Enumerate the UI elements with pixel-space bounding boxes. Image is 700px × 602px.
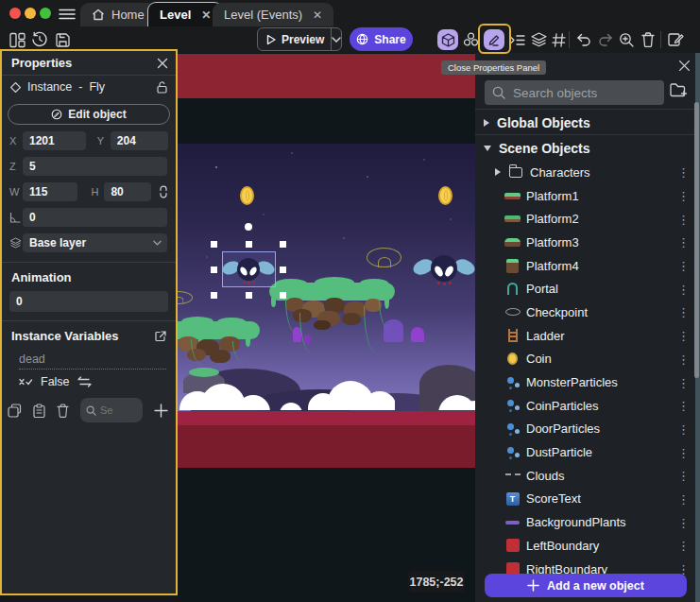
height-input[interactable] bbox=[104, 182, 151, 201]
resize-handle[interactable] bbox=[280, 292, 286, 299]
object-list-item[interactable]: Portal ⋮ bbox=[475, 277, 700, 301]
object-menu-icon[interactable]: ⋮ bbox=[677, 260, 690, 272]
3d-box-icon[interactable] bbox=[437, 29, 458, 50]
variable-value[interactable]: False bbox=[41, 375, 70, 388]
objects-search[interactable] bbox=[485, 80, 664, 105]
object-list-item[interactable]: ScoreText ⋮ bbox=[475, 488, 700, 511]
object-menu-icon[interactable]: ⋮ bbox=[677, 213, 690, 225]
object-menu-icon[interactable]: ⋮ bbox=[677, 166, 690, 179]
object-menu-icon[interactable]: ⋮ bbox=[677, 306, 690, 318]
object-list-item[interactable]: MonsterParticles ⋮ bbox=[475, 370, 700, 394]
object-list-item[interactable]: DustParticle ⋮ bbox=[475, 440, 700, 464]
object-menu-icon[interactable]: ⋮ bbox=[677, 330, 690, 342]
instances-search-input[interactable] bbox=[100, 404, 113, 416]
open-variables-icon[interactable] bbox=[155, 331, 166, 342]
object-list-item[interactable]: Coin ⋮ bbox=[475, 348, 700, 371]
instances-list-icon[interactable] bbox=[508, 29, 527, 50]
scrollbar-thumb[interactable] bbox=[694, 102, 699, 378]
object-menu-icon[interactable]: ⋮ bbox=[677, 516, 690, 528]
object-menu-icon[interactable]: ⋮ bbox=[677, 283, 690, 295]
object-list-item[interactable]: Platform4 ⋮ bbox=[475, 254, 700, 278]
object-menu-icon[interactable]: ⋮ bbox=[677, 540, 690, 552]
grid-icon[interactable] bbox=[548, 29, 569, 50]
group-scene-objects[interactable]: Scene Objects bbox=[475, 139, 700, 158]
resize-handle[interactable] bbox=[211, 267, 217, 273]
fly-instance[interactable] bbox=[413, 252, 475, 288]
resize-handle[interactable] bbox=[246, 292, 252, 299]
save-icon[interactable] bbox=[52, 29, 73, 50]
object-list-item[interactable]: Checkpoint ⋮ bbox=[475, 301, 700, 324]
object-list-item[interactable]: Characters ⋮ bbox=[475, 161, 700, 184]
scene-canvas[interactable]: 1785;-252 bbox=[178, 53, 475, 602]
coin-instance[interactable] bbox=[438, 186, 452, 205]
object-menu-icon[interactable]: ⋮ bbox=[677, 353, 690, 365]
object-menu-icon[interactable]: ⋮ bbox=[677, 400, 690, 412]
paste-icon[interactable] bbox=[33, 404, 45, 418]
object-list-item[interactable]: Platform2 ⋮ bbox=[475, 207, 700, 231]
object-list-item[interactable]: CoinParticles ⋮ bbox=[475, 394, 700, 418]
angle-input[interactable] bbox=[23, 208, 167, 227]
object-menu-icon[interactable]: ⋮ bbox=[677, 446, 690, 458]
checkpoint-instance[interactable] bbox=[367, 248, 401, 267]
undo-icon[interactable] bbox=[573, 29, 594, 50]
tab-level-events[interactable]: Level (Events) ✕ bbox=[213, 3, 333, 26]
y-input[interactable] bbox=[111, 131, 168, 150]
layer-select[interactable]: Base layer bbox=[23, 233, 167, 252]
close-properties-icon[interactable] bbox=[157, 58, 168, 69]
traffic-light-close[interactable] bbox=[9, 8, 21, 19]
preview-button[interactable]: Preview bbox=[257, 27, 342, 51]
duplicate-icon[interactable] bbox=[8, 404, 22, 418]
object-list-item[interactable]: Ladder ⋮ bbox=[475, 324, 700, 348]
variable-name[interactable]: dead bbox=[19, 353, 166, 370]
edit-scene-properties-icon[interactable] bbox=[665, 29, 686, 50]
object-menu-icon[interactable]: ⋮ bbox=[677, 422, 690, 435]
share-button[interactable]: Share bbox=[350, 27, 413, 51]
layers-icon[interactable] bbox=[528, 29, 549, 50]
panels-layout-icon[interactable] bbox=[7, 29, 27, 50]
object-menu-icon[interactable]: ⋮ bbox=[677, 470, 690, 482]
trash-icon[interactable] bbox=[638, 29, 658, 50]
resize-handle[interactable] bbox=[280, 241, 286, 248]
animation-input[interactable] bbox=[9, 291, 168, 312]
resize-handle[interactable] bbox=[211, 241, 217, 248]
add-object-button[interactable]: Add a new object bbox=[485, 574, 687, 597]
history-icon[interactable] bbox=[29, 29, 50, 50]
objects-search-input[interactable] bbox=[513, 86, 657, 100]
object-menu-icon[interactable]: ⋮ bbox=[677, 492, 690, 505]
edit-object-button[interactable]: Edit object bbox=[8, 104, 170, 125]
traffic-light-minimize[interactable] bbox=[25, 8, 36, 19]
delete-icon[interactable] bbox=[57, 404, 69, 418]
object-list-item[interactable]: LeftBoundary ⋮ bbox=[475, 534, 700, 558]
resize-handle[interactable] bbox=[211, 292, 217, 299]
hamburger-menu-icon[interactable] bbox=[59, 9, 76, 20]
unlock-icon[interactable] bbox=[157, 81, 167, 94]
swap-value-icon[interactable] bbox=[77, 376, 92, 387]
object-list-item[interactable]: DoorParticles ⋮ bbox=[475, 418, 700, 441]
object-list-item[interactable]: Platform1 ⋮ bbox=[475, 184, 700, 208]
close-tab-icon[interactable]: ✕ bbox=[313, 9, 322, 22]
object-menu-icon[interactable]: ⋮ bbox=[677, 190, 690, 202]
add-folder-icon[interactable] bbox=[670, 82, 688, 98]
close-tab-icon[interactable]: ✕ bbox=[201, 9, 211, 22]
redo-icon[interactable] bbox=[595, 29, 616, 50]
preview-dropdown-icon[interactable] bbox=[332, 37, 341, 43]
tab-home[interactable]: Home bbox=[80, 3, 156, 26]
instances-search[interactable] bbox=[80, 398, 143, 422]
close-objects-icon[interactable] bbox=[678, 60, 691, 72]
coin-instance[interactable] bbox=[240, 186, 254, 205]
z-input[interactable] bbox=[23, 157, 167, 176]
object-menu-icon[interactable]: ⋮ bbox=[677, 376, 690, 388]
object-list-item[interactable]: Platform3 ⋮ bbox=[475, 231, 700, 254]
zoom-in-icon[interactable] bbox=[616, 29, 637, 50]
object-list-item[interactable]: BackgroundPlants ⋮ bbox=[475, 510, 700, 534]
resize-handle[interactable] bbox=[280, 267, 286, 273]
rotate-handle[interactable] bbox=[245, 223, 252, 231]
resize-handle[interactable] bbox=[246, 241, 252, 248]
fly-instance-selected[interactable] bbox=[222, 255, 275, 284]
width-input[interactable] bbox=[23, 182, 77, 201]
x-input[interactable] bbox=[23, 131, 86, 150]
traffic-light-zoom[interactable] bbox=[40, 8, 51, 19]
add-variable-icon[interactable] bbox=[154, 404, 168, 418]
group-global-objects[interactable]: Global Objects bbox=[475, 113, 700, 132]
object-list-item[interactable]: Clouds ⋮ bbox=[475, 464, 700, 488]
